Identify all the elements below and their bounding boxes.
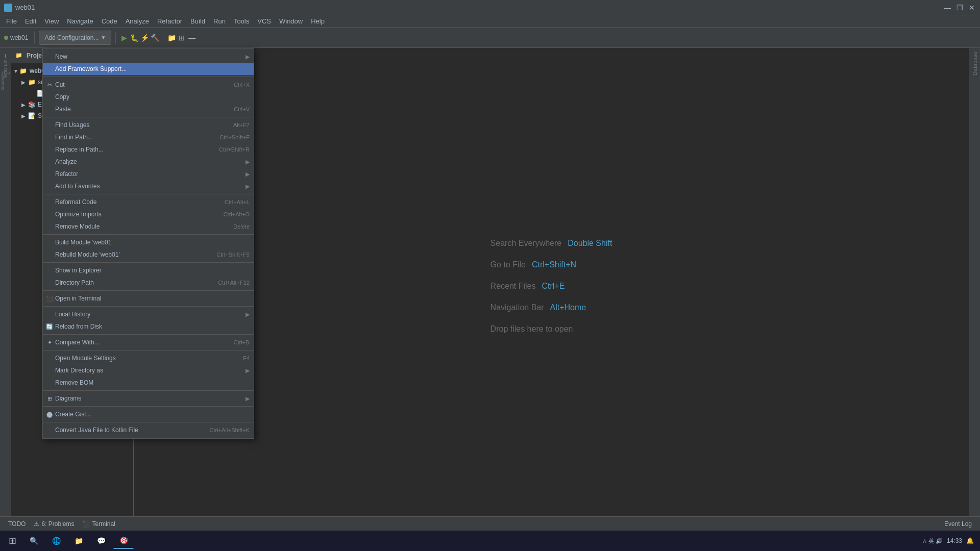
menu-tools[interactable]: Tools [230,16,253,26]
taskbar-search[interactable]: 🔍 [23,533,44,549]
folder-icon: 📁 [15,52,22,59]
submenu-arrow: ▶ [246,54,250,60]
title-bar-title: web01 [15,4,35,11]
menu-code[interactable]: Code [97,16,121,26]
ctx-add-framework[interactable]: Add Framework Support... [43,63,254,75]
expand-arrow: ▶ [21,102,28,108]
terminal-icon: ⬛ [46,295,53,302]
ctx-replace-path[interactable]: Replace in Path... Ctrl+Shift+R [43,143,254,156]
minimize-panel-icon[interactable]: — [188,34,196,42]
chat-icon: 💬 [97,537,106,545]
menu-analyze[interactable]: Analyze [121,16,153,26]
menu-bar: File Edit View Navigate Code Analyze Ref… [0,15,980,28]
menu-file[interactable]: File [2,16,21,26]
ctx-copy[interactable]: Copy [43,91,254,103]
close-button[interactable]: ✕ [968,4,976,12]
ctx-open-terminal[interactable]: ⬛ Open in Terminal [43,292,254,305]
ctx-reformat-label: Reformat Code [55,198,96,206]
ctx-build-module[interactable]: Build Module 'web01' [43,236,254,248]
menu-build[interactable]: Build [186,16,209,26]
ctx-remove-bom[interactable]: Remove BOM [43,377,254,389]
search-icon: 🔍 [30,537,38,545]
separator [43,234,254,235]
menu-run[interactable]: Run [209,16,230,26]
build-icon[interactable]: 🔨 [151,34,159,42]
minimize-button[interactable]: — [943,4,951,12]
ctx-optimize-label: Optimize Imports [55,211,102,218]
ctx-compare-with[interactable]: ✦ Compare With... Ctrl+D [43,336,254,348]
clock: 14:33 [947,537,962,544]
module-icon: 📁 [19,67,28,75]
intellij-icon: 🎯 [119,536,128,544]
ctx-reload-disk[interactable]: 🔄 Reload from Disk [43,320,254,333]
menu-vcs[interactable]: VCS [253,16,275,26]
ctx-analyze[interactable]: Analyze ▶ [43,156,254,168]
run-icon[interactable]: ▶ [120,34,128,42]
taskbar-explorer[interactable]: 📁 [68,533,89,549]
menu-window[interactable]: Window [275,16,307,26]
ctx-diagrams[interactable]: ⊞ Diagrams ▶ [43,392,254,405]
main-layout: 1 Structure 2: Favorites 📁 Project ⊕ ≡ ⚙… [0,48,980,537]
ctx-cut[interactable]: ✂ Cut Ctrl+X [43,79,254,91]
ctx-paste[interactable]: Paste Ctrl+V [43,103,254,115]
ctx-mark-directory-label: Mark Directory as [55,367,103,374]
ctx-rebuild-module-label: Rebuild Module 'web01' [55,251,120,258]
ctx-mark-directory[interactable]: Mark Directory as ▶ [43,364,254,377]
ctx-rebuild-module[interactable]: Rebuild Module 'web01' Ctrl+Shift+F9 [43,248,254,261]
hint-drop-label: Drop files here to open [491,324,573,334]
ctx-convert-kotlin[interactable]: Convert Java File to Kotlin File Ctrl+Al… [43,424,254,436]
ctx-copy-label: Copy [55,93,69,101]
ctx-new[interactable]: New ▶ [43,51,254,63]
start-button[interactable]: ⊞ [2,533,22,549]
separator [43,334,254,335]
ctx-module-settings[interactable]: Open Module Settings F4 [43,352,254,364]
menu-help[interactable]: Help [307,16,329,26]
ctx-directory-path[interactable]: Directory Path Ctrl+Alt+F12 [43,277,254,289]
menu-navigate[interactable]: Navigate [63,16,97,26]
debug-icon[interactable]: 🐛 [130,34,138,42]
ctx-optimize[interactable]: Optimize Imports Ctrl+Alt+O [43,208,254,220]
ctx-find-usages[interactable]: Find Usages Alt+F7 [43,119,254,131]
ctx-local-history[interactable]: Local History ▶ [43,308,254,320]
terminal-button[interactable]: ⬛ Terminal [78,520,119,528]
taskbar-intellij[interactable]: 🎯 [113,533,134,549]
ctx-module-settings-label: Open Module Settings [55,355,116,362]
profile-icon[interactable]: ⚡ [140,34,149,42]
todo-button[interactable]: TODO [4,520,30,528]
notification[interactable]: 🔔 [966,537,974,544]
favorites-icon[interactable]: 2: Favorites [1,76,11,86]
ctx-remove-module[interactable]: Remove Module Delete [43,220,254,233]
menu-refactor[interactable]: Refactor [153,16,186,26]
ctx-diagrams-label: Diagrams [55,395,81,402]
submenu-arrow: ▶ [246,311,250,318]
ctx-paste-label: Paste [55,106,71,113]
ctx-analyze-label: Analyze [55,158,77,165]
separator [43,77,254,77]
taskbar-browser[interactable]: 🌐 [46,533,66,549]
problems-icon: ⚠ [34,520,39,528]
separator [43,117,254,117]
folder-icon[interactable]: 📁 [167,34,176,42]
submenu-arrow: ▶ [246,395,250,402]
ctx-show-explorer[interactable]: Show in Explorer [43,264,254,277]
menu-edit[interactable]: Edit [21,16,40,26]
ctx-local-history-label: Local History [55,311,90,318]
database-icon[interactable]: Database [972,52,978,76]
event-log-button[interactable]: Event Log [940,520,976,528]
add-configuration-button[interactable]: Add Configuration... ▼ [39,31,111,45]
taskbar-app3[interactable]: 💬 [91,533,111,549]
ctx-refactor[interactable]: Refactor ▶ [43,168,254,180]
ctx-add-favorites[interactable]: Add to Favorites ▶ [43,180,254,192]
config-label: Add Configuration... [44,34,99,41]
problems-button[interactable]: ⚠ 6: Problems [30,520,78,528]
submenu-arrow: ▶ [246,171,250,178]
ctx-build-module-label: Build Module 'web01' [55,239,113,246]
menu-view[interactable]: View [40,16,63,26]
ctx-find-path[interactable]: Find in Path... Ctrl+Shift+F [43,131,254,143]
submenu-arrow: ▶ [246,183,250,190]
maximize-button[interactable]: ❐ [955,4,964,12]
layout-icon[interactable]: ⊞ [178,34,186,42]
status-right: Event Log [940,520,976,528]
ctx-create-gist[interactable]: ⬤ Create Gist... [43,408,254,420]
ctx-reformat[interactable]: Reformat Code Ctrl+Alt+L [43,196,254,208]
